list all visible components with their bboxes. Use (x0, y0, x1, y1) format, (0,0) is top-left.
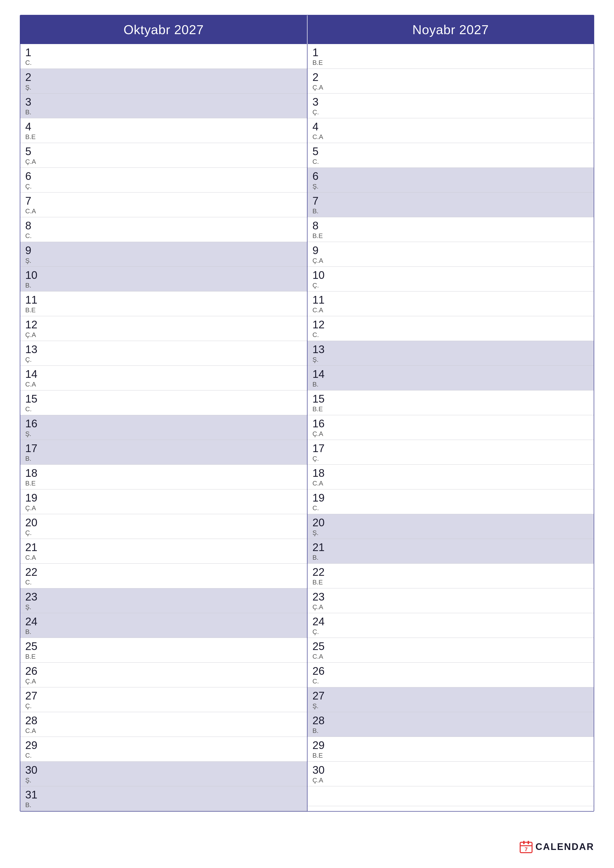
right-days-column: 1B.E2Ç.A3Ç.4C.A5C.6Ş.7B.8B.E9Ç.A10Ç.11C.… (307, 44, 594, 811)
right-day-number-30: 30 (312, 764, 589, 775)
left-day-row-13: 13Ç. (20, 341, 307, 366)
left-day-row-23: 23Ş. (20, 588, 307, 613)
left-day-row-29: 29C. (20, 737, 307, 762)
left-day-abbr-11: B.E (25, 306, 302, 314)
left-day-number-6: 6 (25, 171, 302, 181)
left-day-abbr-31: B. (25, 801, 302, 809)
left-day-row-3: 3B. (20, 93, 307, 118)
left-day-abbr-30: Ş. (25, 777, 302, 784)
right-day-number-20: 20 (312, 517, 589, 528)
left-day-number-29: 29 (25, 740, 302, 751)
left-day-number-16: 16 (25, 418, 302, 429)
right-day-number-21: 21 (312, 542, 589, 553)
right-day-row-8: 8B.E (308, 217, 594, 242)
right-day-number-16: 16 (312, 418, 589, 429)
left-day-row-6: 6Ç. (20, 168, 307, 192)
left-day-row-5: 5Ç.A (20, 143, 307, 168)
right-day-row-5: 5C. (308, 143, 594, 168)
right-day-abbr-13: Ş. (312, 356, 589, 363)
right-day-abbr-16: Ç.A (312, 430, 589, 438)
right-day-abbr-14: B. (312, 381, 589, 388)
right-day-row-27: 27Ş. (308, 687, 594, 712)
right-day-number-9: 9 (312, 245, 589, 256)
svg-text:7: 7 (525, 846, 528, 852)
left-day-row-4: 4B.E (20, 118, 307, 143)
left-day-row-12: 12Ç.A (20, 316, 307, 341)
right-day-number-2: 2 (312, 72, 589, 83)
left-day-row-21: 21C.A (20, 539, 307, 564)
right-day-row-30: 30Ç.A (308, 762, 594, 786)
left-day-row-2: 2Ş. (20, 69, 307, 93)
left-day-abbr-29: C. (25, 752, 302, 760)
svg-rect-1 (523, 841, 525, 844)
right-day-row-25: 25C.A (308, 638, 594, 663)
right-day-number-7: 7 (312, 195, 589, 206)
right-day-abbr-27: Ş. (312, 702, 589, 710)
right-day-abbr-21: B. (312, 554, 589, 561)
right-day-number-4: 4 (312, 121, 589, 132)
right-day-number-26: 26 (312, 666, 589, 676)
left-day-abbr-26: Ç.A (25, 677, 302, 685)
left-day-row-10: 10B. (20, 267, 307, 291)
left-day-abbr-16: Ş. (25, 430, 302, 438)
left-day-abbr-25: B.E (25, 653, 302, 660)
right-day-abbr-17: Ç. (312, 455, 589, 462)
right-day-abbr-6: Ş. (312, 183, 589, 190)
left-day-abbr-5: Ç.A (25, 158, 302, 166)
right-day-row-12: 12C. (308, 316, 594, 341)
right-day-empty-0 (308, 786, 594, 806)
left-day-abbr-23: Ş. (25, 603, 302, 611)
left-day-number-7: 7 (25, 195, 302, 206)
left-day-row-27: 27Ç. (20, 687, 307, 712)
right-day-row-17: 17Ç. (308, 440, 594, 465)
right-day-number-18: 18 (312, 468, 589, 479)
right-day-number-14: 14 (312, 369, 589, 380)
left-day-abbr-4: B.E (25, 133, 302, 141)
left-day-number-30: 30 (25, 764, 302, 775)
right-day-number-6: 6 (312, 171, 589, 181)
right-day-abbr-23: Ç.A (312, 603, 589, 611)
left-day-abbr-2: Ş. (25, 84, 302, 91)
left-day-number-13: 13 (25, 344, 302, 355)
right-day-abbr-11: C.A (312, 306, 589, 314)
right-day-row-20: 20Ş. (308, 514, 594, 539)
left-day-row-9: 9Ş. (20, 242, 307, 267)
left-day-row-20: 20Ç. (20, 514, 307, 539)
left-day-number-25: 25 (25, 641, 302, 652)
right-day-number-15: 15 (312, 394, 589, 404)
left-days-column: 1C.2Ş.3B.4B.E5Ç.A6Ç.7C.A8C.9Ş.10B.11B.E1… (20, 44, 307, 811)
right-day-abbr-5: C. (312, 158, 589, 166)
left-day-row-22: 22C. (20, 564, 307, 588)
right-day-row-9: 9Ç.A (308, 242, 594, 267)
left-day-row-17: 17B. (20, 440, 307, 465)
right-day-abbr-10: Ç. (312, 282, 589, 289)
left-day-row-25: 25B.E (20, 638, 307, 663)
calendar-grid: Oktyabr 2027 Noyabr 2027 1C.2Ş.3B.4B.E5Ç… (20, 15, 594, 812)
left-day-abbr-14: C.A (25, 381, 302, 388)
right-day-abbr-25: C.A (312, 653, 589, 660)
left-day-abbr-20: Ç. (25, 529, 302, 537)
left-day-abbr-8: C. (25, 232, 302, 240)
right-day-row-29: 29B.E (308, 737, 594, 762)
right-day-row-15: 15B.E (308, 391, 594, 415)
right-day-abbr-15: B.E (312, 405, 589, 413)
left-day-abbr-28: C.A (25, 727, 302, 735)
left-day-abbr-3: B. (25, 108, 302, 116)
right-day-number-13: 13 (312, 344, 589, 355)
left-day-number-22: 22 (25, 567, 302, 578)
left-day-number-11: 11 (25, 294, 302, 305)
left-day-abbr-12: Ç.A (25, 331, 302, 339)
right-day-abbr-28: B. (312, 727, 589, 735)
right-day-number-5: 5 (312, 146, 589, 157)
left-day-abbr-6: Ç. (25, 183, 302, 190)
right-day-abbr-9: Ç.A (312, 257, 589, 265)
left-day-number-5: 5 (25, 146, 302, 157)
right-day-row-1: 1B.E (308, 44, 594, 69)
right-day-row-4: 4C.A (308, 118, 594, 143)
left-day-row-8: 8C. (20, 217, 307, 242)
right-day-abbr-7: B. (312, 207, 589, 215)
left-day-number-20: 20 (25, 517, 302, 528)
right-day-number-28: 28 (312, 715, 589, 726)
left-day-number-23: 23 (25, 591, 302, 602)
right-day-number-3: 3 (312, 96, 589, 107)
